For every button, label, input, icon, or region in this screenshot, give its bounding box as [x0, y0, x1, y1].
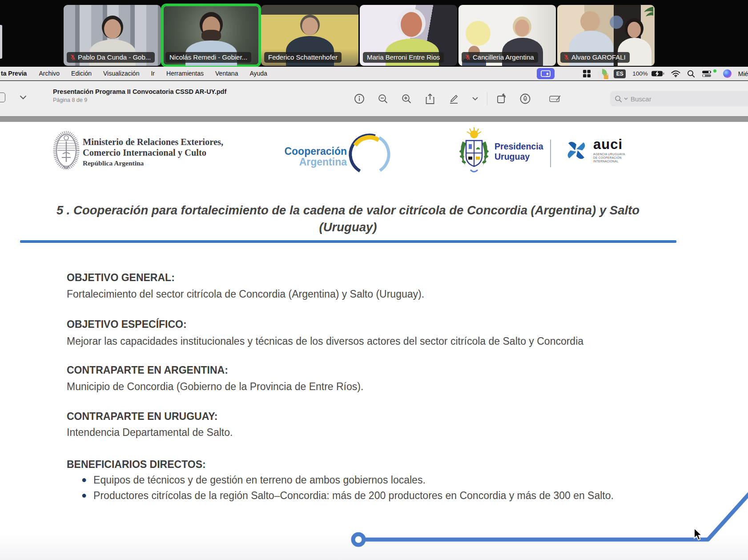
bullet-icon: ● — [81, 475, 87, 485]
participant-name-label: Pablo Da Cunda - Gob... — [67, 52, 155, 63]
argentina-word: Argentina — [284, 157, 347, 167]
section-body: Intendencia Departamental de Salto. — [67, 427, 233, 439]
auci-wordmark: auci — [593, 138, 625, 151]
slide-title: 5 . Cooperación para fortalecimiento de … — [20, 202, 676, 236]
title-underline-rule — [20, 240, 676, 243]
preview-toolbar: Presentación Programa II Convocatoria CS… — [0, 81, 748, 116]
section-body: Municipio de Concordia (Gobierno de la P… — [67, 381, 363, 393]
menubar-clock[interactable]: Mié 2 — [738, 70, 748, 77]
presidencia-line2: Uruguay — [495, 152, 543, 162]
partial-thumbnail — [0, 25, 2, 59]
cooperacion-swoosh-icon — [346, 130, 394, 178]
document-title: Presentación Programa II Convocatoria CS… — [53, 88, 226, 95]
search-scope-chevron-icon — [624, 97, 628, 100]
screen-sharing-icon[interactable] — [537, 68, 555, 79]
section-heading: OBJETIVO GENERAL: — [67, 272, 175, 284]
auci-sub2: DE COOPERACIÓN — [593, 156, 625, 160]
video-thumbnail-alvaro[interactable]: Alvaro GAROFALI — [557, 5, 655, 66]
draw-pen-button[interactable] — [519, 93, 531, 105]
chevron-down-icon[interactable] — [20, 95, 27, 100]
menu-ayuda[interactable]: Ayuda — [244, 70, 273, 77]
section-body: Fortalecimiento del sector citrícola de … — [67, 288, 424, 300]
cooperacion-word: Cooperación — [284, 146, 347, 157]
sidebar-toggle-icon[interactable] — [0, 93, 5, 102]
info-button[interactable] — [354, 93, 365, 105]
participant-film-strip: Pablo Da Cunda - Gob... Nicolás Remedi -… — [0, 0, 748, 67]
signature-button[interactable] — [549, 93, 561, 105]
ministry-line3: República Argentina — [83, 159, 223, 167]
window-tiling-grid-icon[interactable] — [583, 69, 591, 78]
logo-divider — [550, 140, 551, 167]
zoom-out-button[interactable] — [377, 93, 389, 105]
avatar — [580, 11, 600, 32]
app-menu-preview[interactable]: ta Previa — [0, 70, 33, 77]
search-input[interactable] — [630, 95, 732, 103]
battery-percent: 100% — [632, 70, 648, 77]
battery-charging-icon — [651, 70, 664, 77]
menu-herramientas[interactable]: Herramientas — [161, 70, 209, 77]
section-heading: CONTRAPARTE EN ARGENTINA: — [67, 364, 228, 376]
mic-muted-icon — [563, 54, 570, 60]
cooperacion-argentina-logo: Cooperación Argentina — [298, 132, 387, 176]
mic-muted-icon — [70, 54, 76, 60]
participant-name-label: Nicolás Remedi - Gobier... — [165, 52, 251, 63]
status-green-dot — [713, 69, 716, 73]
wifi-icon[interactable] — [671, 70, 680, 77]
toolbar-divider — [487, 92, 487, 105]
bullet-item: ● Equipos de técnicos y de gestión en te… — [81, 474, 426, 486]
page-indicator: Página 8 de 9 — [53, 97, 226, 103]
mouse-cursor — [692, 528, 704, 541]
pdf-page: Ministerio de Relaciones Exteriores, Com… — [0, 122, 748, 560]
video-thumbnail-cancilleria[interactable]: Cancilleria Argentina — [458, 5, 556, 66]
bullet-icon: ● — [81, 490, 87, 500]
share-button[interactable] — [424, 93, 436, 105]
banner-circle — [466, 21, 491, 46]
menu-ir[interactable]: Ir — [145, 70, 161, 77]
participant-name-label: Cancilleria Argentina — [462, 52, 538, 63]
privacy-lock-icon[interactable] — [598, 69, 607, 78]
ministry-line2: Comercio Internacional y Culto — [83, 147, 223, 158]
control-center-icon[interactable] — [702, 70, 712, 77]
participant-name-label: Maria Berroni Entre Rios — [363, 52, 444, 63]
spotlight-search-icon[interactable] — [687, 70, 695, 78]
macos-menu-bar: ta Previa Archivo Edición Visualización … — [0, 67, 748, 81]
section-body: Mejorar las capacidades institucionales … — [67, 335, 583, 347]
siri-icon[interactable] — [723, 69, 732, 78]
video-thumbnail-maria[interactable]: Maria Berroni Entre Rios — [360, 5, 457, 66]
menu-edicion[interactable]: Edición — [65, 70, 97, 77]
uruguay-coat-of-arms — [457, 126, 491, 175]
video-thumbnail-nicolas-active-speaker[interactable]: Nicolás Remedi - Gobier... — [162, 5, 260, 66]
section-heading: BENEFICIARIOS DIRECTOS: — [67, 459, 206, 471]
auci-sub3: INTERNACIONAL — [593, 160, 625, 163]
auci-sub1: AGENCIA URUGUAYA — [593, 153, 625, 156]
video-thumbnail-federico[interactable]: Federico Schattenhofer — [261, 5, 358, 66]
search-icon — [615, 95, 622, 103]
rotate-button[interactable] — [496, 93, 507, 105]
search-field[interactable] — [610, 91, 748, 106]
participant-name-label: Federico Schattenhofer — [264, 52, 342, 63]
screen: Pablo Da Cunda - Gob... Nicolás Remedi -… — [0, 0, 748, 560]
section-heading: OBJETIVO ESPECÍFICO: — [67, 318, 187, 330]
section-heading: CONTRAPARTE EN URUGUAY: — [67, 411, 217, 423]
presidencia-line1: Presidencia — [495, 141, 543, 152]
mic-muted-icon — [465, 54, 471, 60]
menu-ventana[interactable]: Ventana — [209, 70, 244, 77]
video-thumbnail-pablo[interactable]: Pablo Da Cunda - Gob... — [64, 5, 161, 66]
auci-pinwheel-icon — [564, 138, 589, 163]
keyboard-layout-badge[interactable]: ES — [614, 69, 626, 78]
argentina-coat-of-arms — [51, 127, 81, 173]
zoom-in-button[interactable] — [401, 93, 412, 105]
auci-logo: auci AGENCIA URUGUAYA DE COOPERACIÓN INT… — [564, 138, 625, 163]
markup-chevron-down-icon[interactable] — [471, 93, 479, 105]
markup-pencil-button[interactable] — [448, 93, 459, 105]
menu-archivo[interactable]: Archivo — [33, 70, 65, 77]
pdf-viewer-gutter — [0, 116, 748, 122]
palm-leaf — [639, 6, 654, 17]
banner-globe — [610, 16, 623, 29]
ministry-line1: Ministerio de Relaciones Exteriores, — [83, 137, 223, 147]
menu-visualizacion[interactable]: Visualización — [97, 70, 145, 77]
bullet-item: ● Productores citrícolas de la región Sa… — [81, 490, 614, 502]
participant-name-label: Alvaro GAROFALI — [560, 52, 630, 63]
